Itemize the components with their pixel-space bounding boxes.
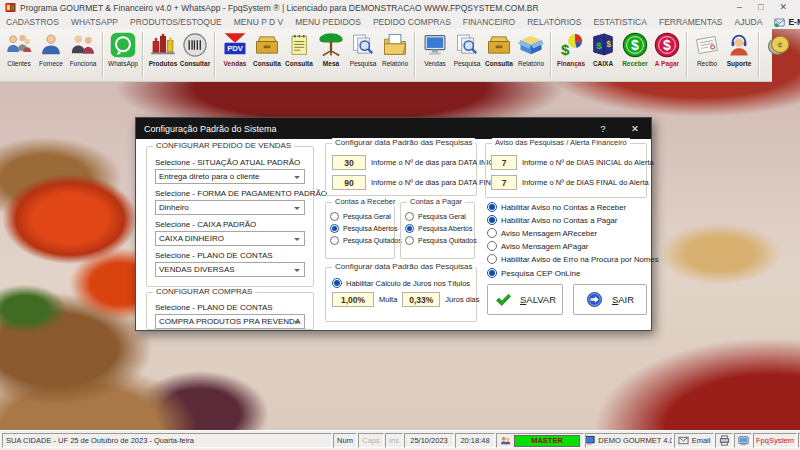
radio-option-aviso-mensagem-apagar[interactable]: Aviso Mensagem APagar: [487, 241, 651, 251]
menu-whatsapp[interactable]: WHATSAPP: [65, 17, 124, 27]
dialog-close-button[interactable]: ✕: [619, 118, 651, 139]
radio-option-pesquisa-quitados[interactable]: Pesquisa Quitados: [405, 236, 470, 245]
combo-caixa-dinheiro[interactable]: CAIXA DINHEIRO: [155, 231, 305, 246]
value-input[interactable]: 0,33%: [402, 292, 440, 307]
toolbar-pesquisa-button[interactable]: Pesquisa: [347, 29, 379, 81]
value-input[interactable]: 1,00%: [332, 292, 374, 307]
toolbar-receber-button[interactable]: $Receber: [619, 29, 651, 81]
toolbar-a-pagar-button[interactable]: $A Pagar: [651, 29, 683, 81]
radio-option-habilitar-aviso-de-erro-na-procura-por-nomes[interactable]: Habilitar Aviso de Erro na Procura por N…: [487, 254, 651, 264]
radio-unselected[interactable]: [330, 212, 339, 221]
toolbar-caixa-button[interactable]: $$CAIXA: [587, 29, 619, 81]
dialog-help-button[interactable]: ?: [587, 118, 619, 139]
combo-dinheiro[interactable]: Dinheiro: [155, 200, 305, 215]
sair-label: SAIR: [612, 294, 634, 305]
radio-option-habilitar-aviso-no-contas-a-receber[interactable]: Habilitar Aviso no Contas a Receber: [487, 202, 651, 212]
radio-selected[interactable]: [487, 268, 497, 278]
toolbar-consultar-button[interactable]: Consultar: [179, 29, 211, 81]
radio-unselected[interactable]: [487, 228, 497, 238]
value-input[interactable]: 7: [491, 175, 517, 190]
menu-cadastros[interactable]: CADASTROS: [0, 17, 65, 27]
combo-value: VENDAS DIVERSAS: [159, 265, 235, 274]
radio-unselected[interactable]: [405, 212, 414, 221]
value-input[interactable]: 30: [332, 155, 366, 170]
menu-financeiro[interactable]: FINANCEIRO: [457, 17, 521, 27]
combo-compra-produtos-pra-revenda[interactable]: COMPRA PRODUTOS PRA REVENDA: [155, 314, 305, 329]
maximize-button[interactable]: □: [758, 0, 763, 15]
toolbar-suporte-button[interactable]: Suporte: [723, 29, 755, 81]
radio-unselected[interactable]: [487, 241, 497, 251]
toolbar-separator: [758, 32, 760, 78]
toolbar-financas-button[interactable]: $Finanças: [555, 29, 587, 81]
minimize-button[interactable]: –: [737, 0, 742, 15]
toolbar-vendas-button[interactable]: Vendas: [419, 29, 451, 81]
status-segment-num: Num: [333, 433, 357, 448]
toolbar-consulta-button[interactable]: Consulta: [251, 29, 283, 81]
radio-option-pesquisa-geral[interactable]: Pesquisa Geral: [405, 212, 470, 221]
salvar-label: SALVAR: [520, 294, 556, 305]
menu-produtos-estoque[interactable]: PRODUTOS/ESTOQUE: [124, 17, 228, 27]
toolbar-button-label: A Pagar: [655, 60, 679, 68]
status-segment-screen-mini: [734, 433, 752, 448]
menu-estatistica[interactable]: ESTATISTICA: [587, 17, 653, 27]
menu-pedido-compras[interactable]: PEDIDO COMPRAS: [367, 17, 457, 27]
radio-selected[interactable]: [487, 202, 497, 212]
radio-unselected[interactable]: [405, 236, 414, 245]
radio-unselected[interactable]: [330, 236, 339, 245]
search-docs-icon: [453, 31, 481, 59]
value-row: 7Informe o Nº de DIAS INICIAL do Alerta: [491, 155, 641, 170]
toolbar-funciona-button[interactable]: Funciona: [67, 29, 99, 81]
radio-option-habilitar-calculo-juros[interactable]: Habilitar Calculo de Juros nos Títulos: [332, 278, 470, 288]
toolbar-exit-door-button[interactable]: [795, 29, 800, 81]
value-input[interactable]: 7: [491, 155, 517, 170]
menu-ferramentas[interactable]: FERRAMENTAS: [653, 17, 729, 27]
cep-online-option[interactable]: Pesquisa CEP OnLine: [487, 268, 580, 278]
toolbar-pesquisa-button[interactable]: Pesquisa: [451, 29, 483, 81]
radio-unselected[interactable]: [487, 254, 497, 264]
toolbar-relatorio-button[interactable]: Relatório: [379, 29, 411, 81]
toolbar-produtos-button[interactable]: Produtos: [147, 29, 179, 81]
menu-e-mail[interactable]: E-MAIL: [768, 17, 800, 28]
menu-relatorios[interactable]: RELATÓRIOS: [521, 17, 587, 27]
toolbar-whatsapp-button[interactable]: WhatsApp: [107, 29, 139, 81]
toolbar-fornece-button[interactable]: Fornece: [35, 29, 67, 81]
value-input[interactable]: 90: [332, 175, 366, 190]
radio-option-pesquisa-abertos[interactable]: Pesquisa Abertos: [405, 224, 470, 233]
salvar-button[interactable]: SALVAR: [487, 284, 563, 315]
combo-entrega-direto-para-o-cliente[interactable]: Entrega direto para o cliente: [155, 169, 305, 184]
toolbar-clientes-button[interactable]: Clientes: [3, 29, 35, 81]
dialog-body: CONFIGURAR PEDIDO DE VENDAS Selecione - …: [136, 139, 651, 330]
toolbar-coin-button[interactable]: ¢: [763, 29, 795, 81]
radio-option-aviso-mensagem-areceber[interactable]: Aviso Mensagem AReceber: [487, 228, 651, 238]
field-label: Selecione - PLANO DE CONTAS: [155, 251, 305, 260]
radio-option-pesquisa-quitados[interactable]: Pesquisa Quitados: [330, 236, 390, 245]
toolbar-button-label: CAIXA: [593, 60, 613, 68]
toolbar-mesa-button[interactable]: Mesa: [315, 29, 347, 81]
toolbar-button-label: Suporte: [727, 60, 752, 68]
radio-option-pesquisa-geral[interactable]: Pesquisa Geral: [330, 212, 390, 221]
close-button[interactable]: ✕: [779, 0, 787, 15]
radio-selected[interactable]: [332, 278, 342, 288]
radio-selected[interactable]: [330, 224, 339, 233]
toolbar-vendas-button[interactable]: PDVVendas: [219, 29, 251, 81]
sair-button[interactable]: SAIR: [573, 284, 647, 315]
toolbar-button-label: Pesquisa: [350, 60, 377, 68]
menu-menu-pedidos[interactable]: MENU PEDIDOS: [289, 17, 367, 27]
svg-text:$: $: [607, 40, 612, 49]
toolbar-consulta-button[interactable]: Consulta: [283, 29, 315, 81]
group-title: Aviso das Pesquisas / Alerta Financeiro: [492, 138, 630, 147]
toolbar-consulta-button[interactable]: Consulta: [483, 29, 515, 81]
menu-menu-p-d-v[interactable]: MENU P D V: [228, 17, 289, 27]
toolbar-recibo-button[interactable]: Recibo: [691, 29, 723, 81]
status-label: DEMO GOURMET 4.0: [598, 436, 673, 445]
radio-selected[interactable]: [405, 224, 414, 233]
radio-option-pesquisa-abertos[interactable]: Pesquisa Abertos: [330, 224, 390, 233]
dialog-titlebar[interactable]: Configuração Padrão do Sistema ? ✕: [136, 118, 651, 139]
field-label: Selecione - FORMA DE PAGAMENTO PADRÃO: [155, 189, 305, 198]
menu-ajuda[interactable]: AJUDA: [729, 17, 769, 27]
radio-selected[interactable]: [487, 215, 497, 225]
toolbar-relatorio-button[interactable]: Relatório: [515, 29, 547, 81]
master-label: MASTER: [531, 436, 563, 445]
radio-option-habilitar-aviso-no-contas-a-pagar[interactable]: Habilitar Aviso no Contas a Pagar: [487, 215, 651, 225]
combo-vendas-diversas[interactable]: VENDAS DIVERSAS: [155, 262, 305, 277]
